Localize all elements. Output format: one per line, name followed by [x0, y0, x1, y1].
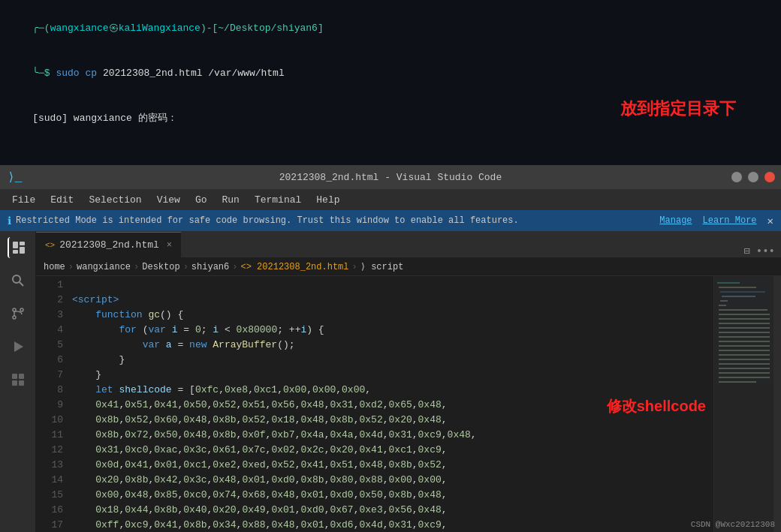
info-icon: ℹ — [8, 215, 11, 227]
breadcrumb: home › wangxiance › Desktop › shiyan6 › … — [36, 258, 781, 276]
activity-search[interactable] — [8, 270, 29, 291]
tab-filename: 20212308_2nd.html — [59, 239, 159, 251]
svg-rect-0 — [13, 242, 18, 248]
menu-run[interactable]: Run — [216, 193, 245, 207]
terminal-section: ╭─(wangxiance㉿kaliWangxiance)-[~/Desktop… — [0, 0, 781, 165]
vscode-titlebar: ⟩_ 20212308_2nd.html - Visual Studio Cod… — [0, 165, 781, 189]
minimize-btn[interactable] — [731, 172, 742, 182]
window-controls — [731, 172, 775, 182]
notification-close[interactable]: ✕ — [767, 215, 773, 227]
svg-rect-3 — [13, 250, 18, 254]
line-numbers: 12345 678910 1112131415 161718 — [36, 276, 72, 532]
tab-bar: <> 20212308_2nd.html × ⊟ ••• — [36, 231, 781, 258]
close-btn[interactable] — [764, 172, 775, 182]
activity-bar — [0, 231, 36, 532]
maximize-btn[interactable] — [748, 172, 758, 182]
svg-line-5 — [20, 282, 23, 286]
menu-go[interactable]: Go — [189, 193, 213, 207]
svg-rect-1 — [20, 242, 25, 245]
svg-point-7 — [13, 316, 16, 319]
menu-terminal[interactable]: Terminal — [249, 193, 307, 207]
manage-link[interactable]: Manage — [659, 215, 692, 226]
svg-rect-13 — [19, 380, 24, 386]
csdn-watermark: CSDN @Wxc20212308 — [691, 520, 775, 529]
menu-edit[interactable]: Edit — [44, 193, 80, 207]
notification-text: Restricted Mode is intended for safe cod… — [16, 215, 649, 226]
code-content[interactable]: <script> function gc() { for (var i = 0;… — [72, 276, 713, 532]
tab-close-btn[interactable]: × — [167, 240, 172, 251]
terminal-line-2: ╰─$ sudo cp 20212308_2nd.html /var/www/h… — [9, 51, 772, 96]
activity-debug[interactable] — [8, 336, 29, 357]
notification-bar: ℹ Restricted Mode is intended for safe c… — [0, 210, 781, 231]
breadcrumb-script[interactable]: ⟩ script — [360, 261, 404, 272]
activity-extensions[interactable] — [8, 369, 29, 390]
tab-file-icon: <> — [45, 241, 55, 250]
menu-file[interactable]: File — [6, 193, 41, 207]
activity-source-control[interactable] — [8, 303, 29, 324]
menu-view[interactable]: View — [151, 193, 186, 207]
svg-point-4 — [13, 275, 20, 283]
scrollbar[interactable] — [773, 276, 781, 532]
menu-selection[interactable]: Selection — [83, 193, 147, 207]
terminal-annotation: 放到指定目录下 — [620, 98, 736, 120]
minimap — [713, 276, 773, 532]
learn-more-link[interactable]: Learn More — [703, 215, 757, 226]
breadcrumb-shiyan6[interactable]: shiyan6 — [191, 262, 229, 272]
svg-rect-2 — [20, 247, 25, 254]
tab-actions: ⊟ ••• — [743, 245, 781, 257]
breadcrumb-desktop[interactable]: Desktop — [142, 262, 179, 272]
menu-bar: File Edit Selection View Go Run Terminal… — [0, 189, 781, 210]
window-title: 20212308_2nd.html - Visual Studio Code — [279, 172, 502, 183]
split-editor-icon[interactable]: ⊟ — [743, 245, 749, 257]
vscode-icon: ⟩_ — [8, 170, 22, 185]
minimap-visual — [714, 276, 773, 532]
svg-rect-37 — [716, 279, 773, 384]
breadcrumb-home[interactable]: home — [44, 262, 65, 272]
breadcrumb-user[interactable]: wangxiance — [77, 262, 131, 272]
main-editor: <> 20212308_2nd.html × ⊟ ••• home › wang… — [36, 231, 781, 532]
breadcrumb-file[interactable]: <> 20212308_2nd.html — [240, 262, 348, 272]
terminal-line-1: ╭─(wangxiance㉿kaliWangxiance)-[~/Desktop… — [9, 6, 772, 51]
editor-area: <> 20212308_2nd.html × ⊟ ••• home › wang… — [0, 231, 781, 532]
svg-rect-10 — [12, 374, 17, 379]
svg-point-8 — [20, 308, 23, 311]
more-actions-icon[interactable]: ••• — [756, 245, 775, 257]
terminal-line-5: ╭─(wangxiance㉿kaliWangxiance)-[~/Desktop… — [9, 156, 772, 165]
menu-help[interactable]: Help — [310, 193, 345, 207]
editor-tab[interactable]: <> 20212308_2nd.html × — [36, 232, 181, 257]
svg-marker-9 — [14, 341, 23, 352]
svg-rect-12 — [12, 380, 17, 386]
code-area: 12345 678910 1112131415 161718 <script> … — [36, 276, 781, 532]
svg-rect-11 — [19, 374, 24, 379]
activity-explorer[interactable] — [8, 237, 29, 258]
terminal-line-4 — [9, 141, 772, 156]
